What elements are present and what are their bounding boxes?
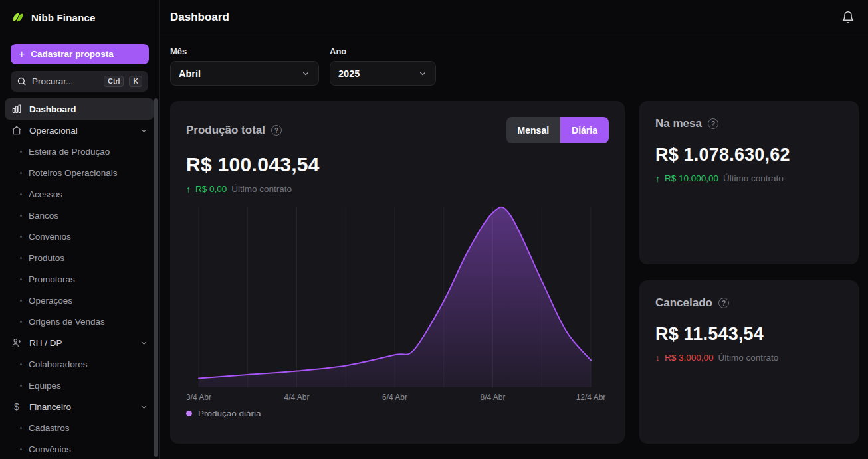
area-chart[interactable]: 3/4 Abr4/4 Abr6/4 Abr8/4 Abr12/4 Abr — [186, 203, 607, 403]
bullet-icon — [20, 278, 22, 280]
period-toggle: Mensal Diária — [506, 117, 609, 143]
help-icon[interactable]: ? — [271, 125, 282, 136]
sidebar-item-label: Financeiro — [29, 402, 133, 412]
svg-text:12/4 Abr: 12/4 Abr — [576, 393, 606, 402]
brand: Nibb Finance — [0, 0, 159, 35]
sidebar-subitem-esteira-de-producao[interactable]: Esteira de Produção — [5, 141, 154, 162]
main-area: Dashboard Mês Abril Ano 2025 — [160, 0, 868, 459]
sidebar: Nibb Finance + Cadastrar proposta Ctrl K… — [0, 0, 160, 459]
sidebar-item-dashboard[interactable]: Dashboard — [5, 98, 154, 120]
svg-text:3/4 Abr: 3/4 Abr — [186, 393, 211, 402]
cadastrar-proposta-button[interactable]: + Cadastrar proposta — [11, 44, 149, 64]
cancelado-delta-caption: Último contrato — [718, 353, 779, 363]
notifications-bell-icon[interactable] — [841, 11, 855, 24]
bullet-icon — [20, 151, 22, 153]
bullet-icon — [20, 321, 22, 323]
production-card-title-row: Produção total ? — [186, 124, 282, 137]
plus-icon: + — [19, 49, 25, 60]
sidebar-subitem-label: Acessos — [29, 189, 62, 199]
year-filter-label: Ano — [330, 46, 436, 56]
search-icon — [17, 76, 27, 86]
cancelado-value: R$ 11.543,54 — [655, 324, 843, 345]
content-row: Produção total ? Mensal Diária R$ 100.04… — [160, 86, 868, 459]
sidebar-subitem-convenios[interactable]: Convênios — [5, 226, 154, 247]
chevron-down-icon — [140, 339, 148, 347]
sidebar-subitem-label: Produtos — [29, 253, 64, 263]
kbd-ctrl: Ctrl — [104, 76, 124, 87]
production-delta-value: R$ 0,00 — [195, 184, 227, 194]
filters-row: Mês Abril Ano 2025 — [160, 35, 868, 86]
na-mesa-delta-value: R$ 10.000,00 — [665, 173, 718, 183]
sidebar-subitem-label: Origens de Vendas — [29, 317, 105, 327]
sidebar-item-financeiro[interactable]: $ Financeiro — [5, 396, 154, 417]
toggle-diaria-button[interactable]: Diária — [560, 117, 609, 143]
sidebar-subitem-promotoras[interactable]: Promotoras — [5, 268, 154, 290]
na-mesa-card: Na mesa ? R$ 1.078.630,62 ↑ R$ 10.000,00… — [639, 101, 859, 264]
na-mesa-delta-caption: Último contrato — [723, 173, 784, 183]
page-title: Dashboard — [170, 11, 229, 24]
production-total-card: Produção total ? Mensal Diária R$ 100.04… — [170, 101, 625, 444]
person-add-icon — [11, 337, 23, 349]
sidebar-subitem-label: Promotoras — [29, 274, 75, 284]
home-icon — [11, 124, 23, 136]
side-cards-column: Na mesa ? R$ 1.078.630,62 ↑ R$ 10.000,00… — [639, 101, 859, 459]
month-select[interactable]: Abril — [170, 61, 319, 86]
year-select[interactable]: 2025 — [330, 61, 436, 86]
production-chart: 3/4 Abr4/4 Abr6/4 Abr8/4 Abr12/4 Abr — [186, 203, 609, 403]
bullet-icon — [20, 215, 22, 217]
sidebar-subitem-colaboradores[interactable]: Colaboradores — [5, 353, 154, 375]
production-total-value: R$ 100.043,54 — [186, 153, 609, 176]
nibb-logo-icon — [11, 10, 25, 25]
dollar-icon: $ — [11, 401, 23, 413]
sidebar-subitem-cadastros[interactable]: Cadastros — [5, 417, 154, 438]
sidebar-subitem-convenios-financeiro[interactable]: Convênios — [5, 438, 154, 459]
year-select-value: 2025 — [338, 68, 360, 79]
sidebar-subitem-origens-de-vendas[interactable]: Origens de Vendas — [5, 311, 154, 332]
sidebar-item-label: Dashboard — [29, 104, 148, 114]
sidebar-subitem-produtos[interactable]: Produtos — [5, 247, 154, 268]
sidebar-subitem-label: Cadastros — [29, 423, 70, 433]
top-header: Dashboard — [160, 0, 868, 35]
sidebar-subitem-label: Esteira de Produção — [29, 147, 110, 157]
sidebar-subitem-equipes[interactable]: Equipes — [5, 375, 154, 396]
month-select-value: Abril — [179, 68, 201, 79]
help-icon[interactable]: ? — [718, 298, 729, 308]
legend-dot-icon — [186, 411, 192, 416]
kbd-k: K — [129, 76, 142, 87]
sidebar-item-label: RH / DP — [29, 338, 133, 348]
legend-label: Produção diária — [198, 409, 261, 418]
sidebar-item-rh-dp[interactable]: RH / DP — [5, 332, 154, 353]
svg-text:4/4 Abr: 4/4 Abr — [284, 393, 309, 402]
search-input[interactable] — [32, 76, 98, 86]
bullet-icon — [20, 385, 22, 387]
sidebar-search[interactable]: Ctrl K — [11, 71, 148, 92]
chevron-down-icon — [140, 126, 148, 135]
chevron-down-icon — [140, 403, 148, 411]
na-mesa-value: R$ 1.078.630,62 — [655, 145, 843, 165]
cancelado-card: Cancelado ? R$ 11.543,54 ↓ R$ 3.000,00 Ú… — [639, 280, 859, 444]
brand-name: Nibb Finance — [31, 12, 96, 23]
chart-legend: Produção diária — [186, 409, 609, 418]
production-card-title: Produção total — [186, 124, 265, 137]
year-filter: Ano 2025 — [330, 46, 436, 86]
cancelado-delta-row: ↓ R$ 3.000,00 Último contrato — [655, 353, 843, 363]
bullet-icon — [20, 193, 22, 195]
chevron-down-icon — [418, 69, 427, 78]
sidebar-scrollbar[interactable] — [154, 98, 158, 457]
sidebar-subitem-label: Bancos — [29, 211, 58, 221]
cancelado-title-row: Cancelado ? — [655, 296, 843, 310]
arrow-down-icon: ↓ — [655, 353, 660, 363]
sidebar-subitem-operacoes[interactable]: Operações — [5, 290, 154, 311]
sidebar-subitem-roteiros-operacionais[interactable]: Roteiros Operacionais — [5, 162, 154, 183]
sidebar-item-operacional[interactable]: Operacional — [5, 120, 154, 141]
bullet-icon — [20, 257, 22, 259]
sidebar-subitem-label: Convênios — [29, 232, 71, 242]
month-filter: Mês Abril — [170, 46, 319, 86]
help-icon[interactable]: ? — [708, 118, 718, 129]
sidebar-subitem-bancos[interactable]: Bancos — [5, 205, 154, 226]
sidebar-subitem-acessos[interactable]: Acessos — [5, 183, 154, 205]
bullet-icon — [20, 236, 22, 238]
month-filter-label: Mês — [170, 46, 319, 56]
toggle-mensal-button[interactable]: Mensal — [506, 117, 560, 143]
sidebar-nav: Dashboard Operacional Esteira de Produçã… — [0, 98, 159, 459]
